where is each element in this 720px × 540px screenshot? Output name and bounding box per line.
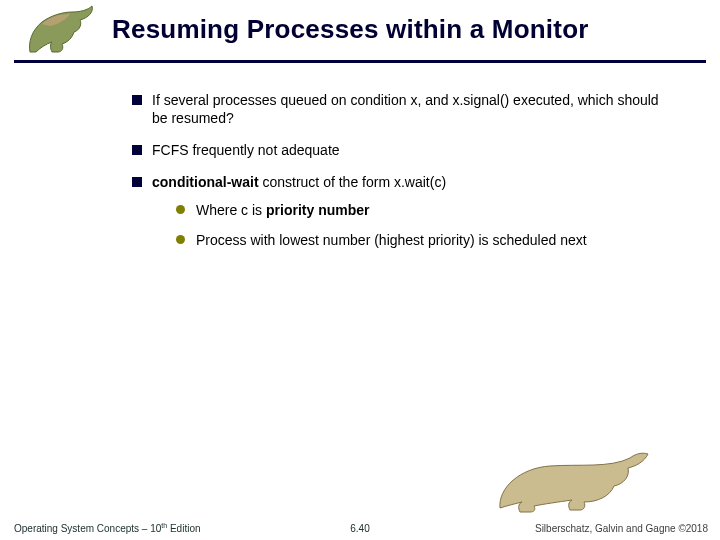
bullet-text: FCFS frequently not adequate: [152, 142, 340, 158]
content-area: If several processes queued on condition…: [132, 92, 672, 263]
bullet-text: Where c is: [196, 202, 266, 218]
bullet-item: If several processes queued on condition…: [132, 92, 672, 128]
slide-title: Resuming Processes within a Monitor: [112, 14, 589, 45]
bullet-item: FCFS frequently not adequate: [132, 142, 672, 160]
dinosaur-top-icon: [22, 2, 102, 58]
slide: Resuming Processes within a Monitor If s…: [0, 0, 720, 540]
footer-right: Silberschatz, Galvin and Gagne ©2018: [535, 523, 708, 534]
dinosaur-bottom-icon: [490, 448, 650, 518]
footer: Operating System Concepts – 10th Edition…: [0, 514, 720, 534]
bullet-text: construct of the form x.wait(c): [259, 174, 447, 190]
header: Resuming Processes within a Monitor: [0, 0, 720, 62]
title-rule: [14, 60, 706, 63]
bullet-text: Process with lowest number (highest prio…: [196, 232, 587, 248]
sub-bullet-item: Where c is priority number: [176, 202, 672, 220]
bullet-text: If several processes queued on condition…: [152, 92, 659, 126]
bullet-bold: priority number: [266, 202, 369, 218]
bullet-bold: conditional-wait: [152, 174, 259, 190]
sub-bullet-item: Process with lowest number (highest prio…: [176, 232, 672, 250]
bullet-item: conditional-wait construct of the form x…: [132, 174, 672, 250]
